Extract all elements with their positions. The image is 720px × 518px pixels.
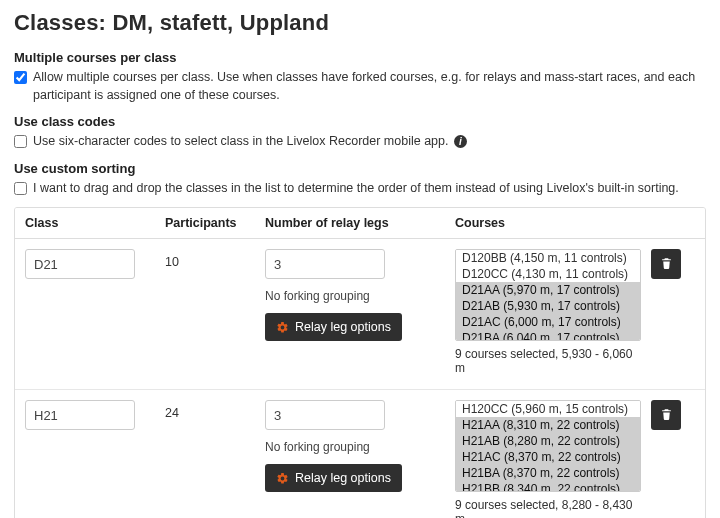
trash-icon (660, 407, 673, 424)
info-icon[interactable]: i (454, 135, 467, 148)
participants-value: 24 (165, 400, 255, 420)
classes-table: Class Participants Number of relay legs … (14, 207, 706, 518)
class-codes-label[interactable]: Use six-character codes to select class … (33, 133, 706, 151)
gear-icon (276, 321, 289, 334)
table-row: 24No forking groupingRelay leg optionsH1… (15, 390, 705, 518)
course-option[interactable]: H21BB (8,340 m, 22 controls) (456, 481, 640, 492)
course-option[interactable]: D21AB (5,930 m, 17 controls) (456, 298, 640, 314)
custom-sorting-checkbox[interactable] (14, 182, 27, 195)
table-header-row: Class Participants Number of relay legs … (15, 208, 705, 239)
delete-row-button[interactable] (651, 400, 681, 430)
col-header-legs: Number of relay legs (265, 216, 445, 230)
participants-value: 10 (165, 249, 255, 269)
class-name-input[interactable] (25, 249, 135, 279)
col-header-class: Class (25, 216, 155, 230)
multiple-courses-heading: Multiple courses per class (14, 50, 706, 65)
relay-leg-options-button[interactable]: Relay leg options (265, 464, 402, 492)
courses-summary: 9 courses selected, 5,930 - 6,060 m (455, 347, 641, 375)
relay-legs-input[interactable] (265, 249, 385, 279)
custom-sorting-heading: Use custom sorting (14, 161, 706, 176)
delete-row-button[interactable] (651, 249, 681, 279)
course-option[interactable]: H21AA (8,310 m, 22 controls) (456, 417, 640, 433)
option-class-codes: Use class codes Use six-character codes … (14, 114, 706, 151)
multiple-courses-checkbox[interactable] (14, 71, 27, 84)
col-header-participants: Participants (165, 216, 255, 230)
relay-legs-input[interactable] (265, 400, 385, 430)
courses-select[interactable]: D120BB (4,150 m, 11 controls)D120CC (4,1… (455, 249, 641, 341)
courses-select[interactable]: H120CC (5,960 m, 15 controls)H21AA (8,31… (455, 400, 641, 492)
course-option[interactable]: D21BA (6,040 m, 17 controls) (456, 330, 640, 341)
course-option[interactable]: H21BA (8,370 m, 22 controls) (456, 465, 640, 481)
course-option[interactable]: H21AB (8,280 m, 22 controls) (456, 433, 640, 449)
forking-grouping-text: No forking grouping (265, 289, 445, 303)
option-multiple-courses: Multiple courses per class Allow multipl… (14, 50, 706, 104)
col-header-courses: Courses (455, 216, 641, 230)
page-title: Classes: DM, stafett, Uppland (14, 10, 706, 36)
custom-sorting-label[interactable]: I want to drag and drop the classes in t… (33, 180, 706, 198)
courses-summary: 9 courses selected, 8,280 - 8,430 m (455, 498, 641, 518)
relay-leg-options-label: Relay leg options (295, 471, 391, 485)
multiple-courses-label[interactable]: Allow multiple courses per class. Use wh… (33, 69, 706, 104)
course-option[interactable]: D120BB (4,150 m, 11 controls) (456, 250, 640, 266)
class-name-input[interactable] (25, 400, 135, 430)
option-custom-sorting: Use custom sorting I want to drag and dr… (14, 161, 706, 198)
class-codes-heading: Use class codes (14, 114, 706, 129)
gear-icon (276, 472, 289, 485)
course-option[interactable]: D21AA (5,970 m, 17 controls) (456, 282, 640, 298)
relay-leg-options-label: Relay leg options (295, 320, 391, 334)
class-codes-checkbox[interactable] (14, 135, 27, 148)
trash-icon (660, 256, 673, 273)
forking-grouping-text: No forking grouping (265, 440, 445, 454)
table-row: 10No forking groupingRelay leg optionsD1… (15, 239, 705, 390)
course-option[interactable]: H120CC (5,960 m, 15 controls) (456, 401, 640, 417)
course-option[interactable]: H21AC (8,370 m, 22 controls) (456, 449, 640, 465)
relay-leg-options-button[interactable]: Relay leg options (265, 313, 402, 341)
course-option[interactable]: D120CC (4,130 m, 11 controls) (456, 266, 640, 282)
course-option[interactable]: D21AC (6,000 m, 17 controls) (456, 314, 640, 330)
